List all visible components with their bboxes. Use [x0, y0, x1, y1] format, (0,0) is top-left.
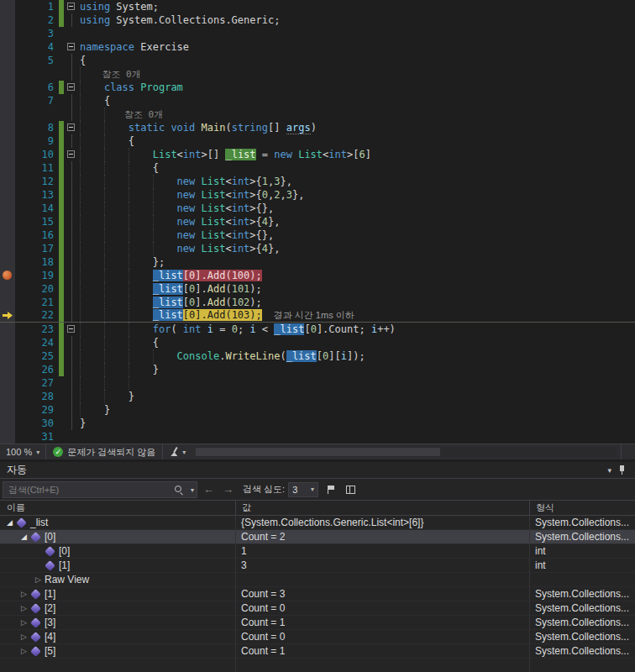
column-header-name[interactable]: 이름	[0, 501, 235, 514]
code-text[interactable]: new List<int>{1,3},	[80, 175, 635, 188]
breakpoint-gutter[interactable]	[0, 349, 15, 363]
column-header-type[interactable]: 형식	[529, 501, 635, 515]
collapse-box-icon[interactable]	[67, 150, 75, 158]
expand-toggle-icon[interactable]: ▷	[18, 630, 30, 643]
back-button[interactable]: ←	[201, 483, 217, 496]
code-text[interactable]: class Program	[80, 81, 635, 94]
code-text[interactable]	[80, 376, 635, 390]
scrollbar-corner-button[interactable]	[621, 444, 635, 459]
code-text[interactable]: _list[0].Add(103);경과 시간 1ms 이하	[80, 309, 635, 322]
breakpoint-gutter[interactable]	[0, 282, 15, 296]
breakpoint-gutter[interactable]	[0, 0, 15, 13]
code-text[interactable]: {	[80, 134, 635, 148]
breakpoint-gutter[interactable]	[0, 148, 15, 161]
expand-toggle-icon[interactable]: ▷	[18, 616, 30, 629]
expand-toggle-icon[interactable]: ▷	[18, 644, 30, 658]
search-depth-select[interactable]: 3 ▾	[288, 482, 318, 497]
pin-icon[interactable]	[617, 465, 627, 475]
forward-button[interactable]: →	[220, 483, 236, 496]
search-icon[interactable]	[174, 485, 184, 495]
column-separator[interactable]	[235, 516, 236, 672]
document-health-indicator[interactable]: ✓ 문제가 검색되지 않음	[46, 446, 162, 459]
breakpoint-gutter[interactable]	[0, 269, 15, 282]
fold-margin[interactable]	[64, 40, 80, 54]
watch-row[interactable]: [1]3int	[0, 559, 635, 573]
breakpoint-gutter[interactable]	[0, 81, 15, 94]
zoom-control[interactable]: 100 % ▾	[0, 447, 45, 457]
watch-row[interactable]: [0]1int	[0, 544, 635, 559]
breakpoint-gutter[interactable]	[0, 161, 15, 175]
watch-row[interactable]: ▷[3]Count = 1System.Collections...	[0, 616, 635, 630]
window-menu-icon[interactable]: ▾	[601, 466, 617, 475]
code-text[interactable]: static void Main(string[] args)	[80, 121, 635, 134]
breakpoint-gutter[interactable]	[0, 403, 15, 417]
code-text[interactable]: _list[0].Add(101);	[80, 282, 635, 296]
search-input[interactable]	[3, 481, 197, 498]
flagged-threads-button[interactable]	[322, 481, 338, 498]
code-text[interactable]: new List<int>{0,2,3},	[80, 188, 635, 202]
code-text[interactable]: new List<int>{},	[80, 228, 635, 242]
expand-toggle-icon[interactable]: ◢	[18, 530, 30, 543]
watch-row[interactable]: ▷[2]Count = 0System.Collections...	[0, 601, 635, 616]
expand-toggle-icon[interactable]: ◢	[3, 516, 16, 529]
code-text[interactable]: List<int>[] _list = new List<int>[6]	[80, 148, 635, 161]
breakpoint-gutter[interactable]	[0, 430, 15, 444]
code-text[interactable]: {	[80, 161, 635, 175]
breakpoint-gutter[interactable]	[0, 336, 15, 349]
code-text[interactable]: }	[80, 363, 635, 376]
breakpoint-gutter[interactable]	[0, 94, 15, 108]
breakpoint-gutter[interactable]	[0, 323, 15, 336]
expand-toggle-icon[interactable]: ▷	[32, 573, 45, 586]
fold-margin[interactable]	[64, 148, 80, 161]
code-text[interactable]: }	[80, 390, 635, 403]
expand-toggle-icon[interactable]: ▷	[18, 601, 30, 615]
code-text[interactable]: 참조 0개	[80, 108, 635, 121]
collapse-box-icon[interactable]	[67, 123, 75, 131]
search-caret-icon[interactable]: ▾	[191, 486, 194, 494]
code-text[interactable]: new List<int>{4},	[80, 215, 635, 228]
collapse-box-icon[interactable]	[67, 325, 75, 333]
fold-margin[interactable]	[64, 121, 80, 134]
breakpoint-gutter[interactable]	[0, 417, 15, 430]
code-text[interactable]: _list[0].Add(100);	[80, 269, 635, 282]
code-text[interactable]: new List<int>{},	[80, 202, 635, 215]
panel-title-bar[interactable]: 자동 ▾	[0, 462, 635, 479]
breakpoint-gutter[interactable]	[0, 188, 15, 202]
breakpoint-gutter[interactable]	[0, 134, 15, 148]
fold-margin[interactable]	[64, 0, 80, 13]
column-separator[interactable]	[529, 516, 530, 672]
code-editor[interactable]: 1using System;2using System.Collections.…	[0, 0, 635, 444]
breakpoint-gutter[interactable]	[0, 242, 15, 255]
code-text[interactable]: }	[80, 403, 635, 417]
breakpoint-gutter[interactable]	[0, 40, 15, 54]
breakpoint-gutter[interactable]	[0, 54, 15, 67]
code-text[interactable]: }	[80, 417, 635, 430]
breakpoint-gutter[interactable]	[0, 390, 15, 403]
code-text[interactable]: {	[80, 336, 635, 349]
breakpoint-gutter[interactable]	[0, 108, 15, 121]
watch-row[interactable]: ◢[0]Count = 2System.Collections...	[0, 530, 635, 544]
breakpoint-gutter[interactable]	[0, 67, 15, 81]
code-text[interactable]: _list[0].Add(102);	[80, 296, 635, 309]
code-text[interactable]: };	[80, 255, 635, 269]
expand-toggle-icon[interactable]: ▷	[18, 587, 30, 601]
collapse-box-icon[interactable]	[67, 83, 75, 91]
watch-row[interactable]: ▷[5]Count = 1System.Collections...	[0, 644, 635, 659]
breakpoint-gutter[interactable]	[0, 13, 15, 27]
watch-row[interactable]: ▷Raw View	[0, 573, 635, 587]
code-text[interactable]: for( int i = 0; i < _list[0].Count; i++)	[80, 323, 635, 336]
watch-row[interactable]: ▷[1]Count = 3System.Collections...	[0, 587, 635, 601]
scrollbar-thumb[interactable]	[196, 448, 439, 456]
code-text[interactable]: using System;	[80, 0, 635, 13]
breakpoint-gutter[interactable]	[0, 255, 15, 269]
breakpoint-gutter[interactable]	[0, 175, 15, 188]
columns-button[interactable]	[342, 481, 359, 498]
breakpoint-gutter[interactable]	[0, 363, 15, 376]
horizontal-scrollbar[interactable]	[196, 447, 617, 457]
breakpoint-gutter[interactable]	[0, 121, 15, 134]
collapse-box-icon[interactable]	[67, 3, 75, 10]
breakpoint-gutter[interactable]	[0, 309, 15, 322]
fold-margin[interactable]	[64, 323, 80, 336]
breakpoint-gutter[interactable]	[0, 296, 15, 309]
watch-row[interactable]: ▷[4]Count = 0System.Collections...	[0, 630, 635, 644]
